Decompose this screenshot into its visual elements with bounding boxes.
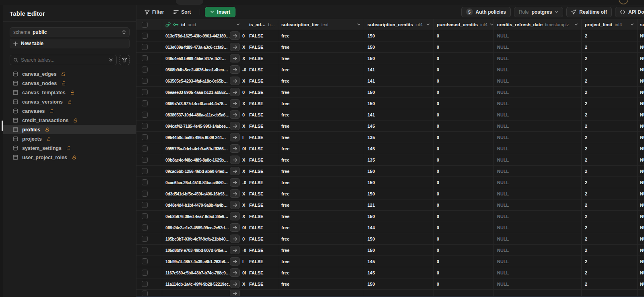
cell-id[interactable]: 1167e930-e5b0-43b7-b74c-788c9… — [162, 267, 241, 278]
cell-purchased-credits[interactable]: 0 — [433, 166, 494, 177]
cell-purchased-credits[interactable]: 0 — [433, 233, 494, 244]
cell-id[interactable]: 11a114cb-1a4c-49f4-9b28-52219ec… — [162, 278, 241, 289]
table-row[interactable]: 013e039a-fd89-473a-a3c6-ccfa9… X FALSE f… — [136, 42, 644, 53]
cell-subscription-tier[interactable]: free — [278, 188, 364, 199]
filter-button[interactable]: Filter — [140, 7, 168, 17]
cell-subscription-credits[interactable]: 150 — [364, 87, 433, 98]
row-checkbox[interactable] — [142, 236, 148, 242]
row-select-cell[interactable] — [136, 154, 162, 165]
row-checkbox[interactable] — [142, 168, 148, 174]
cell-credits-refresh-date[interactable]: NULL — [494, 75, 582, 86]
row-select-cell[interactable] — [136, 75, 162, 86]
column-header-purchased-credits[interactable]: purchased_credits int4 — [433, 19, 494, 30]
column-header-subscription-credits[interactable]: subscription_credits int4 — [364, 19, 433, 30]
table-row[interactable]: 10b99c1f-4857-4c39-a8b1-263b8… I FALSE f… — [136, 256, 644, 267]
table-row[interactable]: 0f8b24e2-c1c2-4589-99ce-2c52d… 0I FALSE … — [136, 222, 644, 233]
cell-purchased-credits[interactable]: 0 — [433, 64, 494, 75]
cell-clipped-last[interactable]: NU — [638, 30, 644, 41]
cell-is-admin[interactable]: FALSE — [246, 199, 278, 210]
cell-project-limit[interactable]: 2 — [582, 188, 638, 199]
expand-row-button[interactable] — [230, 77, 240, 85]
row-select-cell[interactable] — [136, 177, 162, 188]
expand-row-button[interactable] — [230, 122, 240, 130]
cell-is-admin[interactable]: FALSE — [246, 30, 278, 41]
cell-clipped-last[interactable]: NU — [638, 199, 644, 210]
cell-id[interactable]: 094caf42-7185-4e45-99f3-14abee… — [162, 120, 241, 131]
table-row[interactable]: 0508b94b-5ee2-4626-bca1-4bca… -0 FALSE f… — [136, 64, 644, 75]
cell-purchased-credits[interactable]: 0 — [433, 211, 494, 222]
cell-clipped-last[interactable]: NU — [638, 42, 644, 52]
cell-subscription-credits[interactable]: 150 — [364, 188, 433, 199]
cell-credits-refresh-date[interactable]: NULL — [494, 30, 582, 41]
expand-row-button[interactable] — [230, 99, 240, 108]
cell-subscription-tier[interactable]: free — [278, 267, 364, 278]
cell-purchased-credits[interactable]: 0 — [433, 30, 494, 41]
cell-purchased-credits[interactable]: 0 — [433, 98, 494, 109]
cell-is-admin[interactable]: FALSE — [246, 166, 278, 177]
cell-subscription-credits[interactable]: 150 — [364, 211, 433, 222]
row-select-cell[interactable] — [136, 109, 162, 120]
row-checkbox[interactable] — [142, 258, 148, 264]
row-checkbox[interactable] — [142, 213, 148, 219]
row-checkbox[interactable] — [142, 224, 148, 231]
table-row[interactable]: 08386537-10d4-488a-a11e-eb5a6… 0 FALSE f… — [136, 109, 644, 120]
expand-row-button[interactable] — [230, 144, 240, 153]
cell-clipped-last[interactable]: NU — [638, 98, 644, 109]
cell-subscription-tier[interactable]: free — [278, 30, 364, 41]
cell-purchased-credits[interactable]: 0 — [433, 278, 494, 289]
cell-id[interactable]: 09557f5a-0dcb-4cb9-a6fb-fff366… — [162, 143, 241, 154]
cell-clipped-last[interactable]: NU — [638, 166, 644, 177]
api-docs-button[interactable]: API Do — [615, 7, 644, 17]
cell-clipped[interactable]: -0 — [241, 245, 246, 255]
cell-credits-refresh-date[interactable]: NULL — [494, 42, 582, 52]
cell-purchased-credits[interactable]: 0 — [433, 87, 494, 98]
sidebar-table-item[interactable]: canvas_nodes — [3, 79, 136, 88]
row-select-cell[interactable] — [136, 233, 162, 244]
select-all-checkbox[interactable] — [142, 22, 148, 28]
column-header-id[interactable]: id uuid — [162, 19, 241, 30]
column-header-is-admin[interactable]: is_ad… b… — [246, 19, 278, 30]
row-checkbox[interactable] — [142, 89, 148, 95]
cell-credits-refresh-date[interactable]: NULL — [494, 199, 582, 210]
cell-purchased-credits[interactable]: 0 — [433, 53, 494, 64]
cell-project-limit[interactable]: 2 — [582, 233, 638, 244]
cell-subscription-tier[interactable]: free — [278, 98, 364, 109]
cell-project-limit[interactable]: 2 — [582, 278, 638, 289]
cell-clipped[interactable]: 0I — [241, 267, 246, 278]
cell-clipped[interactable]: 0 — [241, 233, 246, 244]
cell-is-admin[interactable]: FALSE — [246, 267, 278, 278]
cell-clipped[interactable]: -0 — [241, 177, 246, 188]
row-select-cell[interactable] — [136, 166, 162, 177]
cell-is-admin[interactable]: FALSE — [246, 42, 278, 52]
cell-subscription-tier[interactable]: free — [278, 87, 364, 98]
cell-project-limit[interactable]: 2 — [582, 30, 638, 41]
cell-subscription-tier[interactable]: free — [278, 109, 364, 120]
cell-subscription-credits[interactable]: 145 — [364, 267, 433, 278]
expand-row-button[interactable] — [230, 246, 240, 254]
expand-row-button[interactable] — [230, 189, 240, 198]
cell-is-admin[interactable]: FALSE — [246, 245, 278, 255]
table-row[interactable]: 0eb2b676-38ed-4ea7-9dad-38e6… X FALSE fr… — [136, 211, 644, 222]
row-select-cell[interactable] — [136, 188, 162, 199]
expand-row-button[interactable] — [230, 212, 240, 220]
cell-credits-refresh-date[interactable]: NULL — [494, 267, 582, 278]
cell-clipped[interactable]: 0I — [241, 222, 246, 233]
row-checkbox[interactable] — [142, 33, 148, 39]
cell-subscription-tier[interactable]: free — [278, 154, 364, 165]
cell-project-limit[interactable]: 2 — [582, 132, 638, 143]
cell-subscription-credits[interactable]: 121 — [364, 199, 433, 210]
cell-clipped-last[interactable]: NU — [638, 120, 644, 131]
expand-row-button[interactable] — [230, 88, 240, 96]
cell-clipped[interactable]: X — [241, 166, 246, 177]
row-select-cell[interactable] — [136, 42, 162, 52]
cell-project-limit[interactable]: 2 — [582, 87, 638, 98]
row-select-cell[interactable] — [136, 87, 162, 98]
cell-clipped[interactable]: I — [241, 132, 246, 143]
cell-purchased-credits[interactable]: 0 — [433, 199, 494, 210]
row-select-cell[interactable] — [136, 278, 162, 289]
cell-is-admin[interactable]: FALSE — [246, 75, 278, 86]
row-checkbox[interactable] — [142, 123, 148, 129]
cell-id[interactable]: 0cac6fca-26cf-4510-84ba-c4580… — [162, 177, 241, 188]
cell-clipped[interactable]: X — [241, 199, 246, 210]
chevrons-double-down-icon[interactable] — [109, 58, 113, 62]
